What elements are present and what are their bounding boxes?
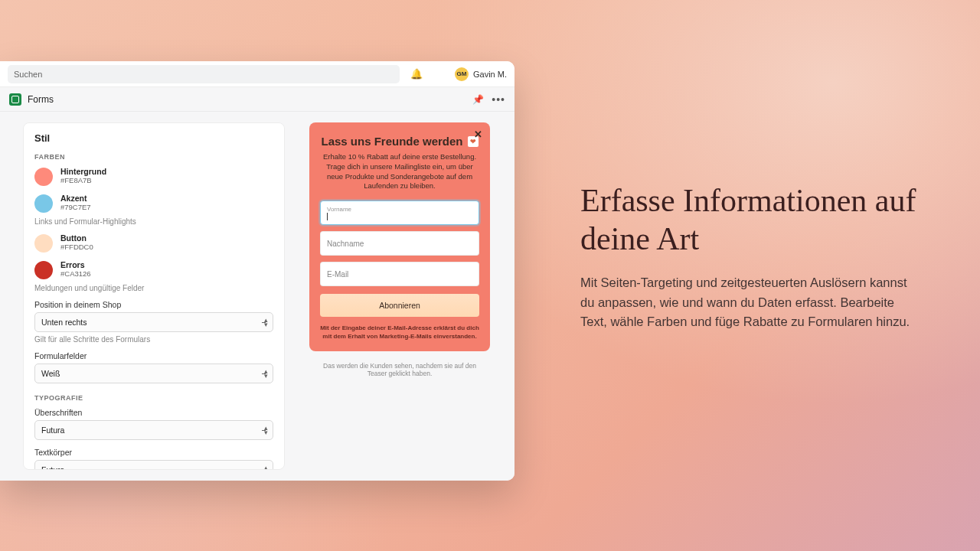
search-container xyxy=(8,65,400,83)
app-icon xyxy=(9,93,21,106)
preview-title: Lass uns Freunde werden ❤ xyxy=(320,135,479,148)
headings-value: Futura xyxy=(41,425,64,435)
firstname-label: Vorname xyxy=(327,206,472,213)
more-icon[interactable]: ••• xyxy=(492,93,505,106)
search-input[interactable] xyxy=(8,65,400,83)
close-icon[interactable]: ✕ xyxy=(474,129,482,140)
form-preview: ✕ Lass uns Freunde werden ❤ Erhalte 10 %… xyxy=(309,122,490,351)
subscribe-button[interactable]: Abonnieren xyxy=(320,294,479,317)
body-value: Futura xyxy=(41,465,64,470)
swatch-errors xyxy=(34,261,53,279)
teaser-note: Das werden die Kunden sehen, nachdem sie… xyxy=(319,362,480,377)
pin-icon[interactable]: 📌 xyxy=(472,94,484,105)
section-colors-label: FARBEN xyxy=(34,153,273,161)
marketing-headline: Erfasse Informationen auf deine Art xyxy=(580,182,917,258)
body-select[interactable]: Futura ▴▾ xyxy=(34,460,273,470)
section-typo-label: TYPOGRAFIE xyxy=(34,394,273,402)
color-name: Errors xyxy=(60,260,91,269)
hint-accent: Links und Formular-Highlights xyxy=(34,217,273,226)
topbar: 🔔 GM Gavin M. xyxy=(0,61,514,87)
color-row-button[interactable]: Button #FFDDC0 xyxy=(34,233,273,253)
color-row-akzent[interactable]: Akzent #79C7E7 xyxy=(34,194,273,213)
color-name: Button xyxy=(60,233,93,243)
firstname-field[interactable]: Vorname xyxy=(320,201,479,225)
style-panel: Stil FARBEN Hintergrund #FE8A7B Akzent #… xyxy=(23,122,285,470)
chevron-updown-icon: ▴▾ xyxy=(264,369,268,378)
color-hex: #FE8A7B xyxy=(60,176,106,184)
position-hint: Gilt für alle Schritte des Formulars xyxy=(34,335,273,344)
text-cursor-icon xyxy=(327,213,328,220)
consent-text: Mit der Eingabe deiner E-Mail-Adresse er… xyxy=(320,324,479,341)
fields-label: Formularfelder xyxy=(34,351,273,360)
position-value: Unten rechts xyxy=(41,318,87,327)
position-select[interactable]: Unten rechts ▴▾ xyxy=(34,312,273,332)
chevron-updown-icon: ▴▾ xyxy=(264,465,268,470)
headings-label: Überschriften xyxy=(34,408,273,417)
chevron-updown-icon: ▴▾ xyxy=(264,318,268,327)
preview-title-text: Lass uns Freunde werden xyxy=(321,135,462,148)
marketing-copy: Erfasse Informationen auf deine Art Mit … xyxy=(580,182,917,332)
workspace: Stil FARBEN Hintergrund #FE8A7B Akzent #… xyxy=(0,112,514,481)
position-label: Position in deinem Shop xyxy=(34,300,273,309)
titlebar: Forms 📌 ••• xyxy=(0,87,514,112)
user-name: Gavin M. xyxy=(473,70,507,79)
body-label: Textkörper xyxy=(34,448,273,457)
notifications-icon[interactable]: 🔔 xyxy=(409,68,424,80)
lastname-field[interactable]: Nachname xyxy=(320,231,479,256)
marketing-body: Mit Seiten-Targeting und zeitgesteuerten… xyxy=(580,273,917,332)
email-field[interactable]: E-Mail xyxy=(320,262,479,286)
lastname-placeholder: Nachname xyxy=(327,240,472,248)
preview-description: Erhalte 10 % Rabatt auf deine erste Best… xyxy=(320,152,479,191)
swatch-akzent xyxy=(34,194,53,213)
user-menu[interactable]: GM Gavin M. xyxy=(455,67,507,81)
color-hex: #79C7E7 xyxy=(60,203,91,211)
color-row-errors[interactable]: Errors #CA3126 xyxy=(34,260,273,279)
fields-select[interactable]: Weiß ▴▾ xyxy=(34,364,273,383)
hint-errors: Meldungen und ungültige Felder xyxy=(34,284,273,292)
chevron-updown-icon: ▴▾ xyxy=(264,425,268,435)
color-name: Hintergrund xyxy=(60,167,106,176)
app-window: 🔔 GM Gavin M. Forms 📌 ••• Stil FARBEN Hi… xyxy=(0,61,514,481)
swatch-hintergrund xyxy=(34,168,53,186)
swatch-button xyxy=(34,234,53,253)
color-hex: #FFDDC0 xyxy=(60,243,93,251)
app-title: Forms xyxy=(28,94,54,105)
color-hex: #CA3126 xyxy=(60,269,91,278)
color-name: Akzent xyxy=(60,194,91,203)
fields-value: Weiß xyxy=(41,369,60,378)
headings-select[interactable]: Futura ▴▾ xyxy=(34,420,273,440)
avatar: GM xyxy=(455,67,469,81)
panel-heading: Stil xyxy=(34,132,273,144)
email-placeholder: E-Mail xyxy=(327,270,472,279)
color-row-hintergrund[interactable]: Hintergrund #FE8A7B xyxy=(34,167,273,186)
preview-column: ✕ Lass uns Freunde werden ❤ Erhalte 10 %… xyxy=(296,122,504,470)
